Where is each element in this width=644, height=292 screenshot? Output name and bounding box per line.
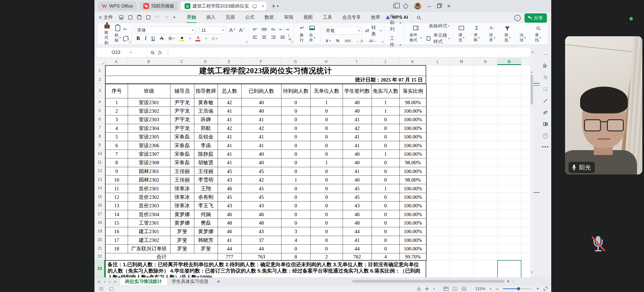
cell[interactable]: 18 [106, 245, 128, 253]
restore-button[interactable] [437, 4, 441, 8]
cell[interactable]: 王翔 [194, 184, 218, 193]
cell[interactable]: 2 [106, 107, 128, 115]
cell[interactable]: 0 [281, 115, 310, 124]
total-cell[interactable]: 2 [310, 253, 343, 260]
zoom-slider[interactable] [503, 288, 532, 289]
column-header-N[interactable]: N [474, 58, 497, 65]
sheet-tab-active[interactable]: 岗位实习情况统计 [120, 278, 167, 285]
clipboard-dialog-launcher[interactable] [129, 41, 131, 43]
cell[interactable]: 0 [310, 167, 343, 176]
cell[interactable]: 40 [242, 107, 281, 115]
total-cell[interactable]: 99.70% [400, 253, 426, 260]
fx-icon[interactable]: fx [158, 49, 162, 56]
cell[interactable]: 37 [242, 236, 281, 244]
cell[interactable]: 0 [281, 245, 310, 253]
cell[interactable]: 100.00% [400, 115, 426, 124]
cell[interactable]: 罗斐 [170, 227, 194, 236]
filter-button[interactable]: 筛选▾ [502, 25, 513, 43]
print-icon[interactable] [137, 15, 141, 20]
user-avatar[interactable] [414, 3, 421, 10]
search-icon[interactable] [417, 16, 420, 19]
cell[interactable]: 0 [372, 193, 400, 201]
increase-font-icon[interactable]: A⁺ [229, 27, 236, 33]
next-sheet-icon[interactable]: › [109, 279, 110, 284]
scroll-up-icon[interactable]: ▲ [530, 70, 533, 73]
cell[interactable]: 100.00% [400, 202, 426, 210]
cell[interactable]: 41 [343, 236, 372, 244]
last-sheet-icon[interactable]: » [114, 279, 116, 284]
cell[interactable]: 0 [310, 210, 343, 219]
cell[interactable]: 98.00% [400, 159, 426, 167]
column-header-J[interactable]: J [371, 58, 399, 65]
fill-color-button[interactable]: ⬥ [180, 36, 184, 41]
cell[interactable]: 造价2303 [128, 202, 170, 210]
save-icon[interactable] [119, 15, 123, 20]
name-box[interactable]: O23 ▾ [96, 48, 147, 57]
collapse-sidebar-icon[interactable]: — [543, 52, 548, 57]
cell[interactable]: 100.00% [400, 236, 426, 244]
cell[interactable]: 建工2302 [128, 236, 170, 244]
horizontal-scroll-thumb[interactable] [352, 280, 504, 283]
cell[interactable]: 王浩谕 [194, 107, 218, 115]
cell[interactable]: 宋春磊 [170, 150, 194, 158]
ribbon-tab-页面[interactable]: 页面 [225, 13, 235, 22]
cell[interactable]: 46 [218, 210, 242, 219]
row-header-11[interactable]: 11 [94, 158, 105, 167]
table-notes[interactable]: 备注：1.已到岗人数：已经离开学校去到单位的人数 2.待到岗人数：确定意向单位但… [105, 261, 426, 277]
cell[interactable]: 0 [310, 133, 343, 141]
cell[interactable]: 45 [242, 193, 281, 201]
fullscreen-icon[interactable] [544, 287, 547, 290]
row-header-6[interactable]: 6 [94, 115, 105, 124]
ribbon-tab-会员专享[interactable]: 会员专享 [342, 13, 361, 22]
cell[interactable]: 张寒冰 [170, 193, 194, 201]
cell[interactable]: 44 [343, 227, 372, 236]
total-cell[interactable]: 4 [372, 253, 400, 260]
column-title[interactable]: 落实比例 [400, 84, 426, 98]
loop-selection-icon[interactable] [543, 86, 548, 92]
column-header-L[interactable]: L [426, 58, 450, 65]
workspace-cube-icon[interactable] [402, 3, 408, 9]
close-tab-icon[interactable]: × [261, 3, 264, 9]
cell[interactable]: 黄梦娜 [170, 210, 194, 219]
cell[interactable]: 0 [372, 210, 400, 219]
move-tool-icon[interactable] [425, 287, 429, 290]
underline-button[interactable]: U [151, 35, 155, 41]
cell[interactable]: 0 [372, 227, 400, 236]
cell[interactable]: 17 [106, 236, 128, 244]
cell[interactable]: 广东联兴订单班 [128, 245, 170, 253]
decrease-indent-icon[interactable]: ⇤ [279, 27, 283, 32]
eraser-button[interactable]: ◇▾ [212, 36, 218, 41]
column-header-G[interactable]: G [281, 58, 310, 65]
cell[interactable]: 工管2301 [128, 219, 170, 227]
cell[interactable]: 李函 [194, 141, 218, 150]
column-header-O[interactable]: O [497, 58, 521, 65]
column-header-M[interactable]: M [450, 58, 474, 65]
sort-button[interactable]: A↓ 排序▾ [487, 25, 498, 43]
cell[interactable]: 何娴 [194, 210, 218, 219]
cell[interactable]: 100.00% [400, 227, 426, 236]
spreadsheet-grid[interactable]: ABCDEFGHIJKLMNO 123456789101112131415161… [94, 58, 534, 277]
column-title[interactable]: 班级 [128, 84, 170, 98]
cut-button[interactable]: ✂ [123, 27, 129, 32]
italic-button[interactable]: I [145, 35, 146, 41]
cell[interactable]: 41 [218, 159, 242, 167]
align-right-icon[interactable] [270, 35, 277, 40]
row-header-18[interactable]: 18 [94, 219, 105, 227]
selection-stat-icon[interactable]: ◎ [417, 286, 421, 291]
borders-button[interactable]: ⊞▾ [168, 36, 174, 41]
cell[interactable]: 0 [281, 107, 310, 115]
row-header-3[interactable]: 3 [94, 84, 105, 98]
cell[interactable]: 1 [310, 98, 343, 107]
zoom-out-icon[interactable] [151, 51, 154, 54]
distributed-icon[interactable]: |≡| [288, 33, 292, 41]
cell[interactable]: 张寒冰 [170, 184, 194, 193]
cell[interactable]: 0 [281, 133, 310, 141]
cell[interactable]: 40 [343, 150, 372, 158]
select-all-corner[interactable] [94, 58, 105, 65]
cell[interactable]: 0 [281, 167, 310, 176]
cell[interactable]: 0 [372, 167, 400, 176]
cell[interactable]: 41 [218, 115, 242, 124]
cell[interactable]: 16 [106, 227, 128, 236]
convert-button[interactable]: ⇄ 转换▾ [365, 24, 382, 37]
ribbon-tab-效率[interactable]: 效率 [370, 13, 380, 22]
